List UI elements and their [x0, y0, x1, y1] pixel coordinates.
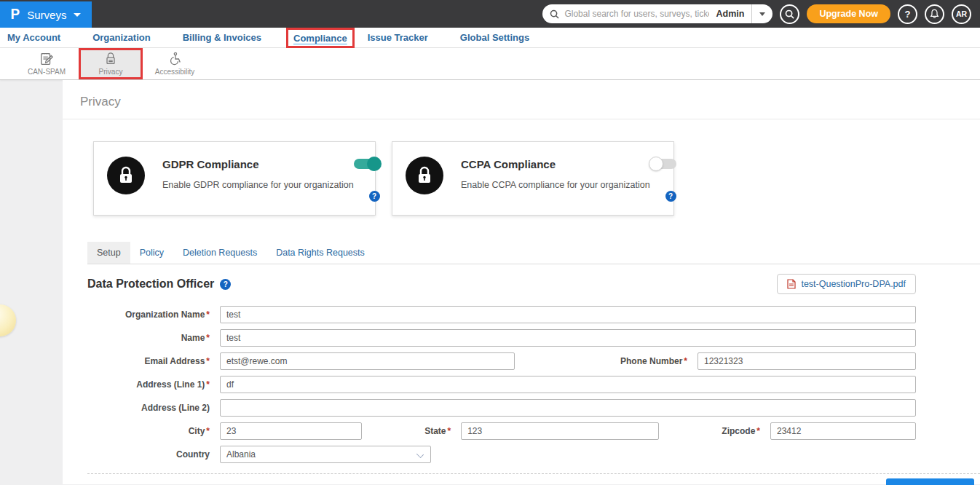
toolbar-item-label: Accessibility	[155, 68, 194, 76]
section-title: Data Protection Officer	[87, 277, 214, 291]
organization-name-label: Organization Name*	[87, 309, 220, 320]
search-scope-label[interactable]: Admin	[709, 4, 753, 23]
pdf-file-icon	[787, 279, 796, 289]
search-scope-dropdown[interactable]	[752, 4, 772, 23]
name-label: Name*	[87, 333, 220, 343]
name-field[interactable]	[220, 329, 916, 347]
search-button[interactable]	[780, 4, 799, 24]
toolbar-accessibility[interactable]: Accessibility	[143, 48, 207, 79]
country-label: Country	[87, 449, 220, 460]
ccpa-compliance-card: CCPA Compliance Enable CCPA compliance f…	[392, 141, 674, 216]
search-icon	[550, 9, 559, 19]
ccpa-help-icon[interactable]: ?	[665, 191, 676, 202]
toolbar-item-label: Privacy	[99, 68, 123, 76]
gdpr-card-title: GDPR Compliance	[162, 158, 354, 170]
global-search[interactable]: Global search for users, surveys, ticket…	[542, 4, 772, 23]
ccpa-card-description: Enable CCPA compliance for your organiza…	[461, 180, 650, 190]
email-field[interactable]	[220, 352, 515, 370]
save-changes-button[interactable]: Save Changes	[886, 478, 974, 485]
canspam-document-icon	[39, 52, 55, 66]
tab-deletion-requests[interactable]: Deletion Requests	[173, 242, 266, 264]
form-footer: Save Changes	[87, 473, 980, 485]
email-address-label: Email Address*	[87, 356, 220, 366]
zipcode-field[interactable]	[770, 422, 916, 440]
state-field[interactable]	[461, 422, 659, 440]
upgrade-now-button[interactable]: Upgrade Now	[807, 4, 890, 23]
lock-badge-icon	[107, 157, 145, 194]
questionpro-logo-icon: P	[11, 6, 20, 23]
lock-badge-icon	[406, 157, 443, 194]
tab-policy[interactable]: Policy	[130, 242, 173, 264]
bell-icon	[930, 9, 939, 19]
top-bar: P Surveys Global search for users, surve…	[0, 0, 980, 28]
ccpa-toggle[interactable]	[650, 159, 676, 169]
city-label: City*	[87, 426, 220, 436]
address-line1-field[interactable]	[220, 376, 916, 393]
chevron-down-icon	[759, 12, 765, 16]
nav-compliance[interactable]: Compliance	[293, 33, 347, 44]
gdpr-toggle[interactable]	[354, 159, 380, 169]
required-marker: *	[206, 379, 210, 390]
attachment-filename: test-QuestionPro-DPA.pdf	[801, 279, 906, 289]
question-mark-icon: ?	[905, 9, 911, 20]
required-marker: *	[206, 426, 210, 436]
chevron-down-icon	[416, 451, 424, 458]
nav-issue-tracker[interactable]: Issue Tracker	[368, 32, 428, 43]
toolbar-item-label: CAN-SPAM	[28, 68, 66, 76]
avatar-initials: AR	[956, 9, 967, 18]
country-selected-value: Albania	[226, 449, 256, 460]
toolbar-can-spam[interactable]: CAN-SPAM	[15, 48, 79, 79]
state-label: State*	[424, 426, 461, 436]
phone-number-field[interactable]	[698, 352, 916, 370]
dpo-help-icon[interactable]: ?	[220, 279, 231, 290]
search-placeholder[interactable]: Global search for users, surveys, ticket…	[564, 9, 708, 19]
page-header: Privacy	[63, 80, 980, 119]
chevron-down-icon	[74, 13, 81, 17]
toolbar-privacy[interactable]: Privacy	[79, 48, 143, 79]
notifications-button[interactable]	[925, 4, 944, 24]
privacy-content-panel: Privacy GDPR Compliance Enable GDPR comp…	[63, 80, 980, 484]
gdpr-help-icon[interactable]: ?	[369, 191, 380, 202]
required-marker: *	[756, 426, 760, 436]
nav-global-settings[interactable]: Global Settings	[460, 32, 529, 43]
tab-data-rights-requests[interactable]: Data Rights Requests	[266, 242, 374, 264]
address-line2-field[interactable]	[220, 399, 916, 417]
zipcode-label: Zipcode*	[722, 426, 770, 436]
page-title: Privacy	[80, 95, 980, 109]
accessibility-wheelchair-icon	[167, 52, 182, 66]
compliance-toolbar: CAN-SPAM Privacy Accessibility	[0, 48, 980, 80]
annotation-box-compliance: Compliance	[286, 28, 355, 48]
nav-billing-invoices[interactable]: Billing & Invoices	[183, 32, 261, 43]
toggle-knob	[367, 157, 382, 171]
toggle-knob	[649, 157, 663, 171]
city-field[interactable]	[220, 422, 362, 440]
required-marker: *	[684, 356, 687, 366]
required-marker: *	[447, 426, 451, 436]
feedback-widget-ball[interactable]	[0, 304, 16, 336]
organization-name-field[interactable]	[220, 306, 916, 323]
nav-my-account[interactable]: My Account	[7, 32, 60, 43]
country-select[interactable]: Albania	[220, 446, 431, 463]
privacy-tabs: Setup Policy Deletion Requests Data Righ…	[87, 242, 980, 264]
search-icon	[785, 9, 794, 19]
required-marker: *	[206, 309, 210, 320]
help-button[interactable]: ?	[898, 4, 917, 24]
dpa-attachment-button[interactable]: test-QuestionPro-DPA.pdf	[777, 274, 916, 294]
product-switcher[interactable]: P Surveys	[0, 1, 92, 28]
product-name: Surveys	[27, 9, 66, 21]
lock-icon	[103, 52, 118, 66]
gdpr-card-description: Enable GDPR compliance for your organiza…	[162, 180, 354, 190]
address-line2-label: Address (Line 2)	[87, 403, 220, 413]
dpo-form: Organization Name* Name* Email Address* …	[87, 306, 916, 463]
required-marker: *	[206, 333, 210, 343]
account-nav: My Account Organization Billing & Invoic…	[0, 28, 980, 48]
ccpa-card-title: CCPA Compliance	[461, 158, 650, 170]
phone-number-label: Phone Number*	[620, 356, 698, 366]
nav-organization[interactable]: Organization	[92, 32, 150, 43]
avatar[interactable]: AR	[952, 4, 971, 24]
tab-setup[interactable]: Setup	[87, 242, 130, 264]
required-marker: *	[206, 356, 210, 366]
gdpr-compliance-card: GDPR Compliance Enable GDPR compliance f…	[93, 141, 376, 216]
address-line1-label: Address (Line 1)*	[87, 379, 220, 390]
